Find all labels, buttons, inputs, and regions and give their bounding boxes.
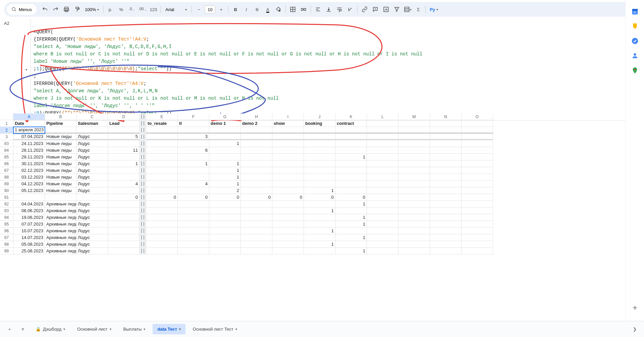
cell[interactable] [146, 147, 178, 154]
cell[interactable]: Архивные лиды [45, 248, 76, 254]
cell[interactable]: Новые лиды [45, 181, 76, 187]
zoom-dropdown[interactable]: 100%▾ [83, 7, 101, 12]
cell[interactable] [367, 160, 398, 167]
cell[interactable] [367, 214, 398, 221]
wrap-button[interactable] [334, 4, 344, 14]
cell[interactable] [108, 187, 140, 194]
undo-button[interactable] [40, 4, 50, 14]
cell[interactable] [398, 154, 430, 160]
cell[interactable] [108, 207, 140, 214]
cell[interactable] [367, 167, 398, 174]
column-splitter[interactable] [140, 113, 146, 120]
cell[interactable] [367, 154, 398, 160]
cell[interactable] [272, 181, 304, 187]
all-sheets-button[interactable]: ≡ [17, 324, 28, 335]
cell[interactable] [462, 207, 493, 214]
tab-payouts[interactable]: Выплаты▾ [119, 324, 150, 334]
cell[interactable] [367, 147, 398, 154]
cell[interactable]: Лодус [76, 187, 108, 194]
cell[interactable] [430, 147, 462, 154]
column-header[interactable]: O [462, 113, 493, 120]
cell[interactable]: 4 [108, 181, 140, 187]
cell[interactable] [304, 201, 335, 207]
add-sheet-button[interactable]: ＋ [4, 324, 15, 335]
column-header[interactable]: J [304, 113, 335, 120]
cell[interactable] [304, 181, 335, 187]
cell[interactable] [178, 214, 209, 221]
cell[interactable] [398, 228, 430, 234]
cell[interactable] [108, 154, 140, 160]
cell[interactable] [335, 140, 367, 147]
header-cell[interactable]: demo 1 [209, 120, 241, 127]
cell[interactable] [241, 174, 272, 181]
cell[interactable] [178, 234, 209, 241]
cell[interactable] [146, 207, 178, 214]
cell[interactable] [178, 241, 209, 248]
cell[interactable] [398, 241, 430, 248]
cell[interactable] [462, 181, 493, 187]
paint-format-button[interactable] [72, 4, 82, 14]
cell[interactable] [398, 160, 430, 167]
cell[interactable] [398, 174, 430, 181]
cell[interactable]: Новые лиды [45, 174, 76, 181]
cell[interactable]: 1 [335, 214, 367, 221]
cell[interactable]: 1 [304, 241, 335, 248]
header-cell[interactable]: Pipeline [45, 120, 76, 127]
cell[interactable] [146, 181, 178, 187]
more-formats-button[interactable]: 123 [148, 4, 158, 14]
cell[interactable] [462, 221, 493, 228]
cell[interactable]: Лодус [76, 228, 108, 234]
cell[interactable] [462, 241, 493, 248]
cell[interactable]: Новые лиды [45, 167, 76, 174]
cell[interactable] [209, 228, 241, 234]
cell[interactable] [272, 201, 304, 207]
cell[interactable] [209, 147, 241, 154]
cell[interactable] [335, 134, 367, 140]
cell[interactable] [398, 187, 430, 194]
cell[interactable] [430, 214, 462, 221]
cell[interactable] [108, 127, 140, 134]
cell[interactable]: 0 [272, 194, 304, 201]
cell[interactable] [178, 154, 209, 160]
cell[interactable] [146, 134, 178, 140]
cell[interactable] [367, 248, 398, 254]
cell[interactable]: 24.11.2023 [13, 140, 45, 147]
cell[interactable] [272, 207, 304, 214]
cell[interactable]: 1 [209, 174, 241, 181]
cell[interactable] [272, 187, 304, 194]
cell[interactable] [367, 234, 398, 241]
cell[interactable] [335, 207, 367, 214]
header-cell[interactable]: demo 2 [241, 120, 272, 127]
cell[interactable] [241, 134, 272, 140]
cell[interactable] [146, 174, 178, 181]
decrease-font-button[interactable]: − [194, 4, 204, 14]
cell[interactable] [146, 234, 178, 241]
column-header[interactable]: G [209, 113, 241, 120]
cell[interactable] [241, 234, 272, 241]
cell[interactable] [304, 154, 335, 160]
cell[interactable] [178, 167, 209, 174]
cell[interactable]: 11 [108, 147, 140, 154]
cell[interactable] [335, 147, 367, 154]
cell[interactable] [272, 134, 304, 140]
cell[interactable] [178, 127, 209, 134]
cell[interactable] [241, 201, 272, 207]
cell[interactable] [335, 187, 367, 194]
cell[interactable] [272, 127, 304, 134]
cell[interactable] [367, 127, 398, 134]
cell[interactable] [367, 201, 398, 207]
cell[interactable] [45, 127, 76, 134]
cell[interactable] [272, 214, 304, 221]
cell[interactable]: Архивные лиды [45, 201, 76, 207]
cell[interactable] [367, 134, 398, 140]
cell[interactable]: Лодус [76, 248, 108, 254]
cell[interactable]: Новые лиды [45, 147, 76, 154]
cell[interactable]: 4 [178, 181, 209, 187]
cell[interactable]: 07.04.2023 [13, 134, 45, 140]
cell[interactable]: 1 [304, 228, 335, 234]
cell[interactable] [462, 248, 493, 254]
cell[interactable] [430, 127, 462, 134]
cell[interactable] [272, 167, 304, 174]
cell[interactable] [304, 174, 335, 181]
cell[interactable] [209, 214, 241, 221]
